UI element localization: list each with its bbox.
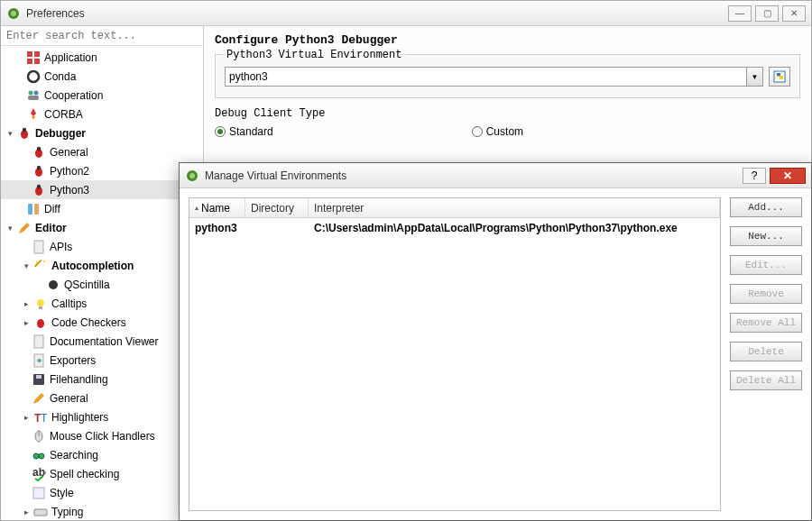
table-row[interactable]: python3 C:\Users\admin\AppData\Local\Pro… xyxy=(189,218,720,238)
svg-point-1 xyxy=(11,11,16,16)
svg-rect-20 xyxy=(34,241,43,253)
tree-item-editor-highlighters[interactable]: ▸ TT Highlighters xyxy=(1,407,203,426)
column-interpreter[interactable]: Interpreter xyxy=(309,198,720,217)
svg-point-37 xyxy=(39,453,44,459)
manage-venv-button[interactable] xyxy=(769,67,790,87)
rocket-icon xyxy=(26,107,41,122)
tree-item-editor-exporters[interactable]: Exporters xyxy=(1,351,203,370)
venv-value: python3 xyxy=(229,70,268,83)
tree-item-editor-spellcheck[interactable]: abc Spell checking xyxy=(1,464,203,483)
manage-venv-dialog: Manage Virtual Environments ? ✕ ▴ Name D… xyxy=(179,162,812,521)
column-directory[interactable]: Directory xyxy=(245,198,309,217)
radio-checked-icon xyxy=(215,126,226,137)
radio-unchecked-icon xyxy=(472,126,483,137)
tree-item-application[interactable]: Application xyxy=(1,48,203,67)
bulb-icon xyxy=(33,297,48,311)
tree-label: Documentation Viewer xyxy=(50,335,159,348)
expander-closed-icon[interactable]: ▸ xyxy=(21,298,32,309)
spellcheck-icon: abc xyxy=(32,467,46,481)
tree-item-corba[interactable]: CORBA xyxy=(1,105,203,123)
tree-item-cooperation[interactable]: Cooperation xyxy=(1,86,203,105)
svg-rect-9 xyxy=(28,96,39,100)
maximize-button[interactable]: ▢ xyxy=(755,5,779,22)
svg-rect-31 xyxy=(36,375,42,379)
export-icon xyxy=(32,353,46,368)
expander-closed-icon[interactable]: ▸ xyxy=(21,507,32,517)
tree-item-conda[interactable]: Conda xyxy=(1,67,203,86)
svg-rect-3 xyxy=(34,51,40,57)
tree-item-editor-mouseclick[interactable]: Mouse Click Handlers xyxy=(1,426,203,445)
titlebar[interactable]: Preferences — ▢ ✕ xyxy=(1,1,811,26)
tree-label: QScintilla xyxy=(64,279,110,291)
tree-item-editor[interactable]: ▾ Editor xyxy=(1,218,203,237)
svg-point-22 xyxy=(36,261,38,263)
app-icon xyxy=(6,6,21,21)
dialog-title: Manage Virtual Environments xyxy=(205,169,743,182)
debug-client-label: Debug Client Type xyxy=(215,107,800,120)
tree-label: Cooperation xyxy=(44,89,103,102)
tree-item-debugger-python2[interactable]: Python2 xyxy=(1,161,203,180)
venv-combobox[interactable]: python3 ▼ xyxy=(225,67,763,87)
bug-icon xyxy=(33,315,48,330)
people-icon xyxy=(26,88,41,103)
svg-point-43 xyxy=(189,173,195,178)
expander-open-icon[interactable]: ▾ xyxy=(5,128,15,139)
binoculars-icon xyxy=(32,448,46,462)
column-name-label: Name xyxy=(201,202,230,215)
tree-item-editor-apis[interactable]: APIs xyxy=(1,237,203,256)
dialog-close-button[interactable]: ✕ xyxy=(770,168,806,184)
remove-all-button[interactable]: Remove All xyxy=(730,313,802,333)
svg-rect-21 xyxy=(34,259,42,266)
svg-point-27 xyxy=(37,319,44,328)
tree-item-editor-autocompletion[interactable]: ▾ Autocompletion xyxy=(1,256,203,275)
tree-item-debugger-python3[interactable]: Python3 xyxy=(1,180,203,199)
document-icon xyxy=(32,334,46,349)
add-button[interactable]: Add... xyxy=(730,197,802,217)
tree-item-editor-typing[interactable]: ▸ Typing xyxy=(1,502,203,520)
tree-item-debugger-general[interactable]: General xyxy=(1,142,203,161)
new-button[interactable]: New... xyxy=(730,226,802,246)
wand-icon xyxy=(33,259,48,273)
tree-item-diff[interactable]: Diff xyxy=(1,199,203,218)
search-input[interactable] xyxy=(1,26,203,46)
delete-all-button[interactable]: Delete All xyxy=(730,370,802,390)
tree-item-editor-style[interactable]: Style xyxy=(1,483,203,502)
window-title: Preferences xyxy=(26,7,728,20)
radio-custom[interactable]: Custom xyxy=(472,125,523,138)
column-name[interactable]: ▴ Name xyxy=(189,198,245,217)
dialog-titlebar[interactable]: Manage Virtual Environments ? ✕ xyxy=(180,163,811,188)
tree-item-editor-general[interactable]: General xyxy=(1,388,203,407)
remove-button[interactable]: Remove xyxy=(730,284,802,304)
svg-point-15 xyxy=(37,165,41,169)
edit-button[interactable]: Edit... xyxy=(730,255,802,275)
expander-closed-icon[interactable]: ▸ xyxy=(21,412,32,423)
tree-item-editor-qscintilla[interactable]: QScintilla xyxy=(1,275,203,294)
svg-rect-39 xyxy=(33,488,44,498)
tree-label: Code Checkers xyxy=(51,316,126,329)
tree-item-editor-codecheckers[interactable]: ▸ Code Checkers xyxy=(1,313,203,332)
tree-label: Python3 xyxy=(50,184,89,197)
svg-point-36 xyxy=(33,453,39,459)
keyboard-icon xyxy=(33,505,48,519)
expander-closed-icon[interactable]: ▸ xyxy=(21,317,32,328)
tree-item-debugger[interactable]: ▾ Debugger xyxy=(1,123,203,142)
table-body: python3 C:\Users\admin\AppData\Local\Pro… xyxy=(189,218,720,510)
tree-item-editor-docviewer[interactable]: Documentation Viewer xyxy=(1,332,203,351)
help-button[interactable]: ? xyxy=(743,168,766,184)
svg-point-24 xyxy=(49,280,58,289)
svg-rect-19 xyxy=(34,204,39,215)
svg-point-6 xyxy=(28,71,39,82)
close-button[interactable]: ✕ xyxy=(782,5,806,22)
tree-item-editor-calltips[interactable]: ▸ Calltips xyxy=(1,294,203,313)
svg-point-7 xyxy=(29,90,33,95)
radio-custom-label: Custom xyxy=(486,125,523,138)
expander-open-icon[interactable]: ▾ xyxy=(21,260,32,271)
svg-text:abc: abc xyxy=(32,467,46,479)
radio-standard[interactable]: Standard xyxy=(215,125,273,138)
delete-button[interactable]: Delete xyxy=(730,342,802,361)
expander-open-icon[interactable]: ▾ xyxy=(5,223,15,233)
tree-label: Typing xyxy=(51,506,83,518)
minimize-button[interactable]: — xyxy=(728,5,752,22)
tree-item-editor-filehandling[interactable]: Filehandling xyxy=(1,370,203,388)
tree-item-editor-searching[interactable]: Searching xyxy=(1,445,203,464)
